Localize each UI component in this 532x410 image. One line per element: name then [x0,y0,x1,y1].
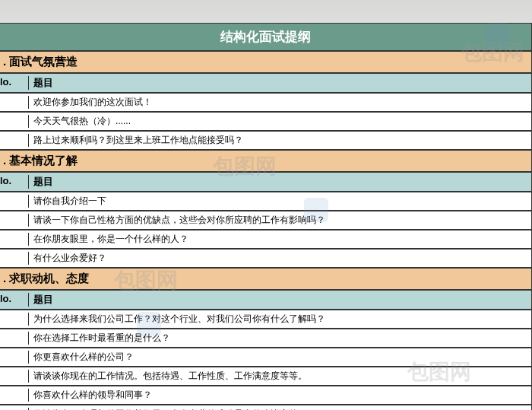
row-question: 请谈一下你自己性格方面的优缺点，这些会对你所应聘的工作有影响吗？ [29,214,531,227]
row-question: 欢迎你参加我们的这次面试！ [29,96,531,109]
row-no [0,214,29,227]
table-row: 你认为在一个理想的工作单位里，个人事业的成败是由什么决定的？ [0,405,532,410]
table-row: 你喜欢什么样的领导和同事？ [0,386,532,405]
table-row: 请谈谈你现在的工作情况。包括待遇、工作性质、工作满意度等等。 [0,367,532,386]
row-no [0,252,29,265]
document-title: 结构化面试提纲 [0,23,532,51]
row-question: 你更喜欢什么样的公司？ [29,351,531,364]
section-heading-1: . 面试气氛营造 [0,51,532,73]
row-no [0,233,29,246]
row-no [0,389,29,402]
row-question: 有什么业余爱好？ [29,252,531,265]
row-question: 今天天气很热（冷）...... [29,115,531,128]
table-row: 你更喜欢什么样的公司？ [0,348,532,367]
row-question: 你喜欢什么样的领导和同事？ [29,389,531,402]
row-question: 为什么选择来我们公司工作？对这个行业、对我们公司你有什么了解吗？ [29,313,531,326]
column-header-row: lo. 题目 [0,172,532,192]
row-no [0,134,29,147]
table-row: 你在选择工作时最看重的是什么？ [0,329,532,348]
section-heading-3: . 求职动机、态度 [0,268,532,290]
table-row: 欢迎你参加我们的这次面试！ [0,93,532,112]
column-header-no: lo. [0,175,29,189]
table-row: 在你朋友眼里，你是一个什么样的人？ [0,230,532,249]
row-question: 请谈谈你现在的工作情况。包括待遇、工作性质、工作满意度等等。 [29,370,531,383]
row-no [0,370,29,383]
row-question: 你在选择工作时最看重的是什么？ [29,332,531,345]
column-header-no: lo. [0,76,29,90]
row-no [0,96,29,109]
row-question: 路上过来顺利吗？到这里来上班工作地点能接受吗？ [29,134,531,147]
interview-outline-table: 结构化面试提纲 . 面试气氛营造 lo. 题目 欢迎你参加我们的这次面试！ 今天… [0,23,532,410]
column-header-question: 题目 [29,175,531,189]
row-no [0,332,29,345]
table-row: 为什么选择来我们公司工作？对这个行业、对我们公司你有什么了解吗？ [0,310,532,329]
column-header-row: lo. 题目 [0,73,532,93]
column-header-question: 题目 [29,293,531,307]
column-header-row: lo. 题目 [0,290,532,310]
row-question: 在你朋友眼里，你是一个什么样的人？ [29,233,531,246]
row-no [0,351,29,364]
row-no [0,313,29,326]
table-row: 请谈一下你自己性格方面的优缺点，这些会对你所应聘的工作有影响吗？ [0,211,532,230]
column-header-question: 题目 [29,76,531,90]
table-row: 请你自我介绍一下 [0,192,532,211]
table-row: 路上过来顺利吗？到这里来上班工作地点能接受吗？ [0,131,532,150]
row-no [0,115,29,128]
section-heading-2: . 基本情况了解 [0,150,532,172]
row-question: 请你自我介绍一下 [29,195,531,208]
column-header-no: lo. [0,293,29,307]
row-no [0,195,29,208]
table-row: 有什么业余爱好？ [0,249,532,268]
table-row: 今天天气很热（冷）...... [0,112,532,131]
